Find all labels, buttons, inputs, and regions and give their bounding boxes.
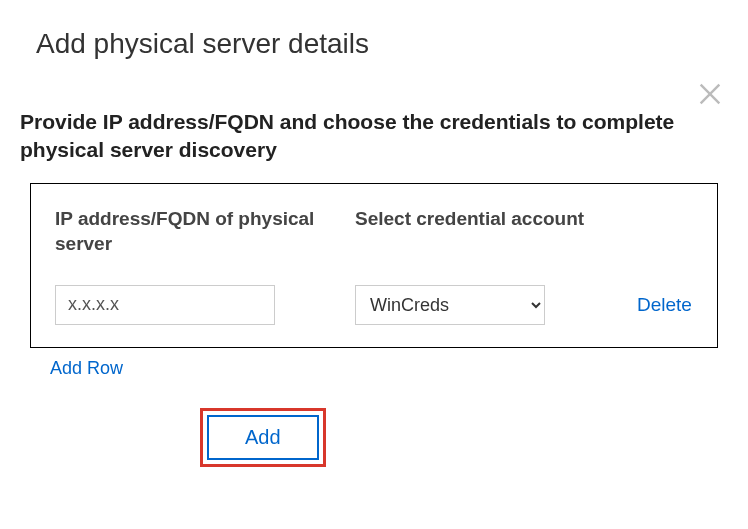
page-title: Add physical server details [0,0,748,60]
add-button[interactable]: Add [207,415,319,460]
server-table: IP address/FQDN of physical server Selec… [30,183,718,348]
delete-link[interactable]: Delete [637,294,692,316]
add-row-link[interactable]: Add Row [50,358,123,379]
description-text: Provide IP address/FQDN and choose the c… [0,60,748,165]
table-row: WinCreds Delete [55,285,693,325]
table-header: IP address/FQDN of physical server Selec… [55,206,693,257]
add-button-highlight: Add [200,408,326,467]
column-header-ip: IP address/FQDN of physical server [55,206,355,257]
close-icon[interactable] [696,80,724,108]
ip-fqdn-input[interactable] [55,285,275,325]
credential-select[interactable]: WinCreds [355,285,545,325]
column-header-credential: Select credential account [355,206,595,257]
